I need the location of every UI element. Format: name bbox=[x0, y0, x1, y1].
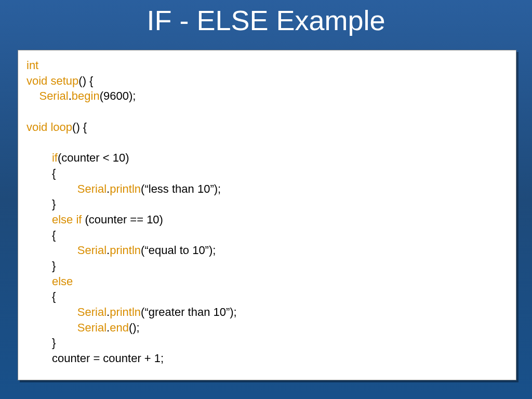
indent bbox=[26, 151, 52, 164]
fn-println: println bbox=[110, 244, 141, 257]
brace-open: { bbox=[52, 290, 56, 303]
indent bbox=[26, 259, 52, 272]
kw-else: else bbox=[52, 275, 73, 288]
txt: (“equal to 10”); bbox=[141, 244, 216, 257]
indent bbox=[26, 244, 77, 257]
indent bbox=[26, 167, 52, 180]
txt: (counter == 10) bbox=[85, 213, 163, 226]
code-panel: int void setup() { Serial.begin(9600); v… bbox=[18, 50, 516, 380]
indent bbox=[26, 89, 39, 102]
indent bbox=[26, 290, 52, 303]
indent bbox=[26, 229, 52, 242]
fn-setup: setup bbox=[50, 74, 78, 87]
brace-open: { bbox=[52, 229, 56, 242]
indent bbox=[26, 213, 52, 226]
kw-void-setup: void bbox=[26, 74, 50, 87]
brace-close: } bbox=[52, 197, 56, 210]
txt: (“less than 10”); bbox=[141, 182, 221, 195]
fn-end: end bbox=[110, 321, 129, 334]
kw-elseif: else if bbox=[52, 213, 85, 226]
fn-println: println bbox=[110, 305, 141, 318]
obj-serial: Serial bbox=[77, 244, 107, 257]
indent bbox=[26, 352, 52, 365]
txt-increment: counter = counter + 1; bbox=[52, 352, 164, 365]
obj-serial: Serial bbox=[77, 305, 107, 318]
txt: () { bbox=[72, 121, 87, 134]
txt: () { bbox=[78, 74, 93, 87]
indent bbox=[26, 305, 77, 318]
kw-int: int bbox=[26, 59, 38, 72]
txt: (counter < 10) bbox=[58, 151, 129, 164]
indent bbox=[26, 197, 52, 210]
kw-if: if bbox=[52, 151, 58, 164]
txt: (“greater than 10”); bbox=[141, 305, 237, 318]
brace-open: { bbox=[52, 167, 56, 180]
kw-void-loop: void bbox=[26, 121, 50, 134]
indent bbox=[26, 182, 77, 195]
indent bbox=[26, 336, 52, 349]
fn-loop: loop bbox=[50, 121, 72, 134]
brace-close: } bbox=[52, 259, 56, 272]
obj-serial: Serial bbox=[77, 182, 107, 195]
slide-title: IF - ELSE Example bbox=[0, 0, 532, 36]
txt: (); bbox=[129, 321, 140, 334]
obj-serial: Serial bbox=[39, 89, 68, 102]
fn-println: println bbox=[110, 182, 141, 195]
code-block: int void setup() { Serial.begin(9600); v… bbox=[18, 50, 516, 366]
obj-serial: Serial bbox=[77, 321, 107, 334]
txt: (9600); bbox=[100, 89, 136, 102]
indent bbox=[26, 275, 52, 288]
fn-begin: begin bbox=[72, 89, 100, 102]
indent bbox=[26, 321, 77, 334]
brace-close: } bbox=[52, 336, 56, 349]
